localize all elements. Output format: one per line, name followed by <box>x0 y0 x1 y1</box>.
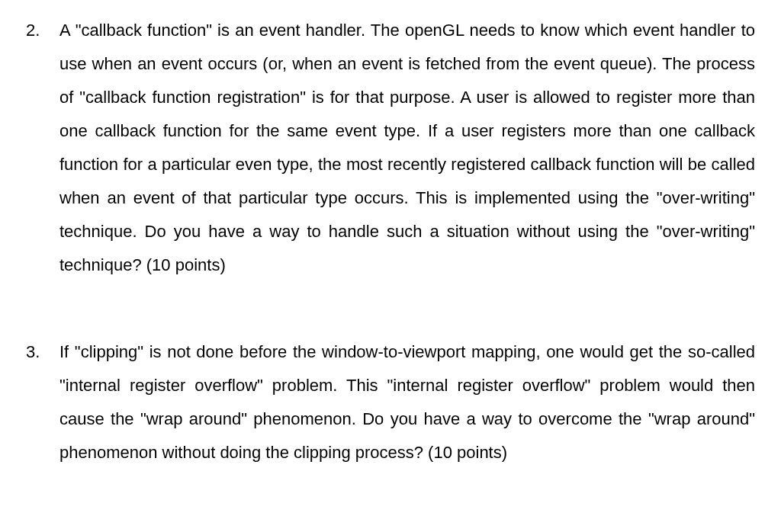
question-number: 2. <box>26 14 59 47</box>
question-number: 3. <box>26 335 59 369</box>
question-text: A "callback function" is an event handle… <box>59 14 755 282</box>
question-item-2: 2. A "callback function" is an event han… <box>26 14 755 282</box>
question-text: If "clipping" is not done before the win… <box>59 335 755 470</box>
question-item-3: 3. If "clipping" is not done before the … <box>26 335 755 470</box>
